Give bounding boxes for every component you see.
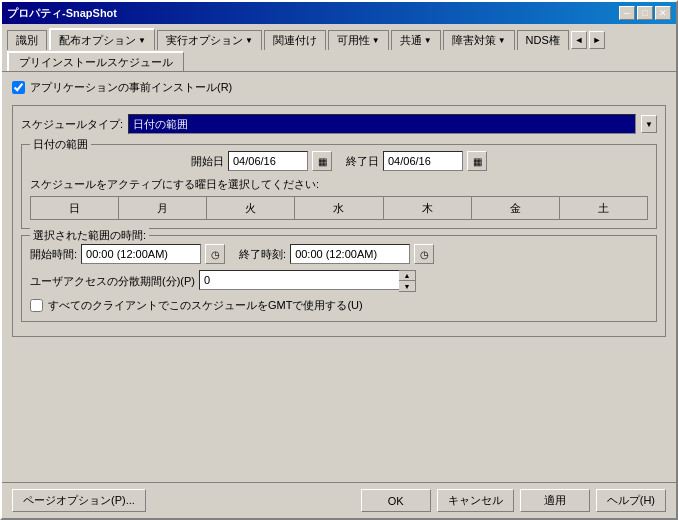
tab-avail-label: 可用性 <box>337 33 370 48</box>
help-button[interactable]: ヘルプ(H) <box>596 489 666 512</box>
weekday-fri[interactable]: 金 <box>472 197 560 219</box>
minimize-icon: ─ <box>624 8 630 18</box>
down-arrow-icon: ▼ <box>404 283 411 290</box>
tab-run-options[interactable]: 実行オプション ▼ <box>157 30 262 50</box>
tab-nav-right[interactable]: ► <box>589 31 605 49</box>
gmt-checkbox[interactable] <box>30 299 43 312</box>
maximize-button[interactable]: □ <box>637 6 653 20</box>
page-options-button[interactable]: ページオプション(P)... <box>12 489 146 512</box>
start-time-clock-btn[interactable]: ◷ <box>205 244 225 264</box>
schedule-type-select[interactable]: 日付の範囲 <box>128 114 636 134</box>
tab-fault-label: 障害対策 <box>452 33 496 48</box>
gmt-label: すべてのクライアントでこのスケジュールをGMTで使用する(U) <box>48 298 363 313</box>
tab-nds[interactable]: NDS権 <box>517 30 569 50</box>
sub-tab-preinstall-label: プリインストールスケジュール <box>19 55 173 70</box>
clock-icon-end: ◷ <box>420 249 429 260</box>
start-time-input[interactable] <box>81 244 201 264</box>
time-row: 開始時間: ◷ 終了時刻: ◷ <box>30 244 648 264</box>
maximize-icon: □ <box>642 8 647 18</box>
footer-right: OK キャンセル 適用 ヘルプ(H) <box>361 489 666 512</box>
nav-left-icon: ◄ <box>574 35 583 45</box>
start-date-label: 開始日 <box>191 154 224 169</box>
help-label: ヘルプ(H) <box>607 493 655 508</box>
duration-input-wrap: ▲ ▼ <box>199 270 416 292</box>
time-range-group: 選択された範囲の時間: 開始時間: ◷ 終了時刻: ◷ ユーザアク <box>21 235 657 322</box>
weekday-row: 日 月 火 水 木 金 <box>30 196 648 220</box>
content-area: アプリケーションの事前インストール(R) スケジュールタイプ: 日付の範囲 ▼ … <box>2 72 676 482</box>
tab-availability[interactable]: 可用性 ▼ <box>328 30 389 50</box>
tab-associations[interactable]: 関連付け <box>264 30 326 50</box>
preinstall-checkbox-row: アプリケーションの事前インストール(R) <box>12 80 666 95</box>
tab-common[interactable]: 共通 ▼ <box>391 30 441 50</box>
end-time-clock-btn[interactable]: ◷ <box>414 244 434 264</box>
main-window: プロパティ-SnapShot ─ □ ✕ 識別 配布オプション ▼ 実行オプショ… <box>0 0 678 520</box>
sub-tab-bar: プリインストールスケジュール <box>2 49 676 72</box>
weekday-mon[interactable]: 月 <box>119 197 207 219</box>
tab-fault[interactable]: 障害対策 ▼ <box>443 30 515 50</box>
duration-label: ユーザアクセスの分散期間(分)(P) <box>30 274 195 289</box>
gmt-row: すべてのクライアントでこのスケジュールをGMTで使用する(U) <box>30 298 648 313</box>
ok-label: OK <box>388 495 404 507</box>
cancel-label: キャンセル <box>448 493 503 508</box>
up-arrow-icon: ▲ <box>404 272 411 279</box>
clock-icon-start: ◷ <box>211 249 220 260</box>
tab-bar: 識別 配布オプション ▼ 実行オプション ▼ 関連付け 可用性 ▼ 共通 ▼ 障… <box>2 24 676 49</box>
close-button[interactable]: ✕ <box>655 6 671 20</box>
duration-down-btn[interactable]: ▼ <box>399 281 415 291</box>
close-icon: ✕ <box>659 8 667 18</box>
dropdown-arrow-icon: ▼ <box>645 120 653 129</box>
tab-common-label: 共通 <box>400 33 422 48</box>
weekday-tue[interactable]: 火 <box>207 197 295 219</box>
weekday-row-label: スケジュールをアクティブにする曜日を選択してください: <box>30 177 648 192</box>
tab-nds-label: NDS権 <box>526 33 560 48</box>
nav-right-icon: ► <box>592 35 601 45</box>
sub-tab-preinstall[interactable]: プリインストールスケジュール <box>7 51 184 71</box>
minimize-button[interactable]: ─ <box>619 6 635 20</box>
calendar-icon-end: ▦ <box>473 156 482 167</box>
date-range-group: 日付の範囲 開始日 ▦ 終了日 ▦ スケジュールをアクティブにする曜日を <box>21 144 657 229</box>
preinstall-checkbox[interactable] <box>12 81 25 94</box>
date-range-group-label: 日付の範囲 <box>30 137 91 152</box>
tab-identify[interactable]: 識別 <box>7 30 47 50</box>
tab-run-arrow: ▼ <box>245 36 253 45</box>
duration-spinner: ▲ ▼ <box>399 270 416 292</box>
apply-button[interactable]: 適用 <box>520 489 590 512</box>
title-bar: プロパティ-SnapShot ─ □ ✕ <box>2 2 676 24</box>
ok-button[interactable]: OK <box>361 489 431 512</box>
calendar-icon-start: ▦ <box>318 156 327 167</box>
time-range-group-label: 選択された範囲の時間: <box>30 228 149 243</box>
tab-nav-left[interactable]: ◄ <box>571 31 587 49</box>
title-bar-buttons: ─ □ ✕ <box>619 6 671 20</box>
tab-distribution-arrow: ▼ <box>138 36 146 45</box>
duration-input[interactable] <box>199 270 399 290</box>
footer-left: ページオプション(P)... <box>12 489 146 512</box>
start-date-input[interactable] <box>228 151 308 171</box>
duration-up-btn[interactable]: ▲ <box>399 271 415 281</box>
schedule-type-dropdown-arrow[interactable]: ▼ <box>641 115 657 133</box>
end-date-label: 終了日 <box>346 154 379 169</box>
cancel-button[interactable]: キャンセル <box>437 489 514 512</box>
weekday-thu[interactable]: 木 <box>384 197 472 219</box>
start-time-label: 開始時間: <box>30 247 77 262</box>
tab-run-label: 実行オプション <box>166 33 243 48</box>
weekday-sat[interactable]: 土 <box>560 197 647 219</box>
schedule-type-value: 日付の範囲 <box>133 117 631 132</box>
tab-avail-arrow: ▼ <box>372 36 380 45</box>
tab-distribution-label: 配布オプション <box>59 33 136 48</box>
start-date-calendar-btn[interactable]: ▦ <box>312 151 332 171</box>
preinstall-checkbox-label: アプリケーションの事前インストール(R) <box>30 80 232 95</box>
tab-assoc-label: 関連付け <box>273 33 317 48</box>
footer: ページオプション(P)... OK キャンセル 適用 ヘルプ(H) <box>2 482 676 518</box>
end-date-input[interactable] <box>383 151 463 171</box>
duration-row: ユーザアクセスの分散期間(分)(P) ▲ ▼ <box>30 270 648 292</box>
tab-identify-label: 識別 <box>16 33 38 48</box>
weekday-sun[interactable]: 日 <box>31 197 119 219</box>
date-row: 開始日 ▦ 終了日 ▦ <box>30 151 648 171</box>
end-date-calendar-btn[interactable]: ▦ <box>467 151 487 171</box>
end-time-input[interactable] <box>290 244 410 264</box>
schedule-type-row: スケジュールタイプ: 日付の範囲 ▼ <box>21 114 657 134</box>
page-options-label: ページオプション(P)... <box>23 493 135 508</box>
end-time-label: 終了時刻: <box>239 247 286 262</box>
tab-distribution-options[interactable]: 配布オプション ▼ <box>49 28 155 50</box>
weekday-wed[interactable]: 水 <box>295 197 383 219</box>
